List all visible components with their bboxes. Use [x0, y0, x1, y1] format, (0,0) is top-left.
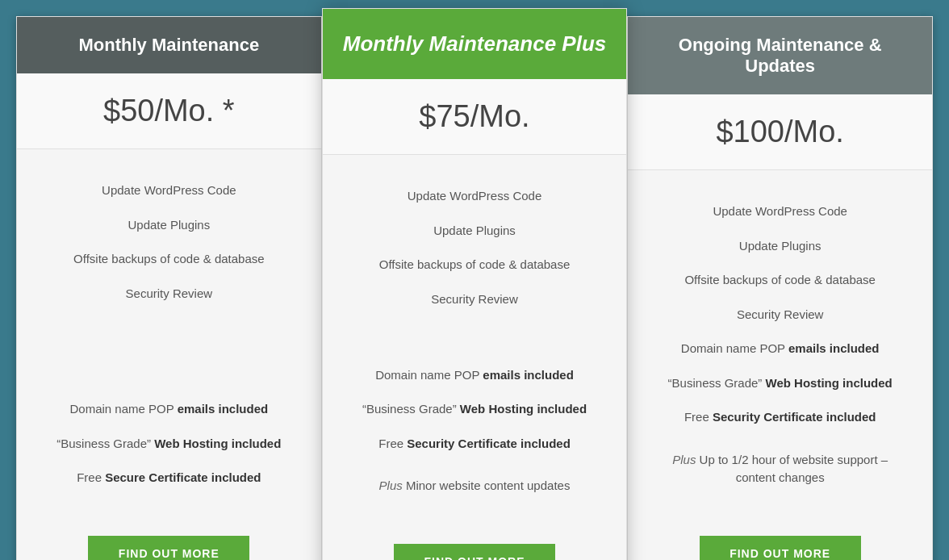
feature-item: Update WordPress Code	[644, 194, 916, 229]
plan-monthly-maintenance-plus: Monthly Maintenance Plus $75/Mo. Update …	[322, 8, 628, 560]
plan-header-3: Ongoing Maintenance & Updates	[628, 17, 932, 94]
feature-item: Security Review	[33, 277, 305, 311]
plan-features-3: Update WordPress Code Update Plugins Off…	[628, 170, 932, 512]
feature-bold: Security Certificate included	[713, 410, 876, 424]
feature-bold: Web Hosting included	[460, 402, 587, 416]
feature-item: Update Plugins	[339, 214, 611, 249]
plan-monthly-maintenance: Monthly Maintenance $50/Mo. * Update Wor…	[16, 16, 322, 560]
plan-cta-1: FIND OUT MORE	[17, 512, 321, 561]
feature-item: “Business Grade” Web Hosting included	[644, 366, 916, 401]
price-value-2: $75/Mo.	[419, 99, 529, 133]
feature-item: Security Review	[339, 282, 611, 317]
feature-item: Free Security Certificate included	[339, 427, 611, 462]
plan-price-1: $50/Mo. *	[17, 73, 321, 149]
plan-cta-2: FIND OUT MORE	[323, 520, 627, 561]
feature-item: Offsite backups of code & database	[339, 248, 611, 282]
feature-italic: Plus	[672, 453, 696, 466]
feature-bold: emails included	[788, 341, 880, 355]
pricing-table: Monthly Maintenance $50/Mo. * Update Wor…	[16, 16, 933, 560]
feature-item: Domain name POP emails included	[339, 358, 611, 393]
feature-item: Update WordPress Code	[339, 179, 611, 214]
feature-item: Security Review	[644, 298, 916, 332]
feature-item: Update Plugins	[644, 229, 916, 264]
plan-title-1: Monthly Maintenance	[33, 35, 305, 56]
plan-price-3: $100/Mo.	[628, 94, 932, 170]
plan-cta-3: FIND OUT MORE	[628, 512, 932, 561]
price-value-3: $100/Mo.	[716, 115, 843, 148]
feature-item: Update Plugins	[33, 208, 305, 243]
plan-header-2: Monthly Maintenance Plus	[323, 9, 627, 79]
feature-italic: Plus	[379, 479, 403, 492]
feature-bold: Web Hosting included	[766, 376, 893, 390]
feature-bold: Web Hosting included	[154, 437, 281, 450]
find-out-more-button-2[interactable]: FIND OUT MORE	[394, 544, 555, 561]
plan-title-2: Monthly Maintenance Plus	[339, 31, 611, 56]
plan-ongoing-maintenance: Ongoing Maintenance & Updates $100/Mo. U…	[627, 16, 933, 560]
feature-item: Free Secure Certificate included	[33, 461, 305, 495]
plan-title-3: Ongoing Maintenance & Updates	[644, 35, 916, 77]
feature-extra-note-3: Plus Up to 1/2 hour of website support –…	[644, 443, 916, 495]
feature-item: Free Security Certificate included	[644, 400, 916, 435]
feature-bold: Secure Certificate included	[105, 470, 261, 484]
feature-bold: emails included	[178, 402, 269, 416]
plan-header-1: Monthly Maintenance	[17, 17, 321, 73]
feature-item: Domain name POP emails included	[33, 392, 305, 427]
feature-item: Update WordPress Code	[33, 173, 305, 208]
feature-item: “Business Grade” Web Hosting included	[339, 392, 611, 427]
feature-extra-note-2: Plus Minor website content updates	[339, 469, 611, 504]
plan-price-2: $75/Mo.	[323, 79, 627, 155]
price-value-1: $50/Mo. *	[103, 94, 235, 127]
feature-item: Offsite backups of code & database	[644, 263, 916, 298]
plan-features-1: Update WordPress Code Update Plugins Off…	[17, 149, 321, 512]
feature-item: Domain name POP emails included	[644, 332, 916, 366]
find-out-more-button-3[interactable]: FIND OUT MORE	[700, 536, 861, 561]
feature-bold: Security Certificate included	[407, 437, 571, 450]
feature-item: “Business Grade” Web Hosting included	[33, 427, 305, 462]
feature-item: Offsite backups of code & database	[33, 242, 305, 277]
plan-features-2: Update WordPress Code Update Plugins Off…	[323, 155, 627, 520]
find-out-more-button-1[interactable]: FIND OUT MORE	[88, 536, 249, 561]
feature-bold: emails included	[483, 368, 574, 382]
